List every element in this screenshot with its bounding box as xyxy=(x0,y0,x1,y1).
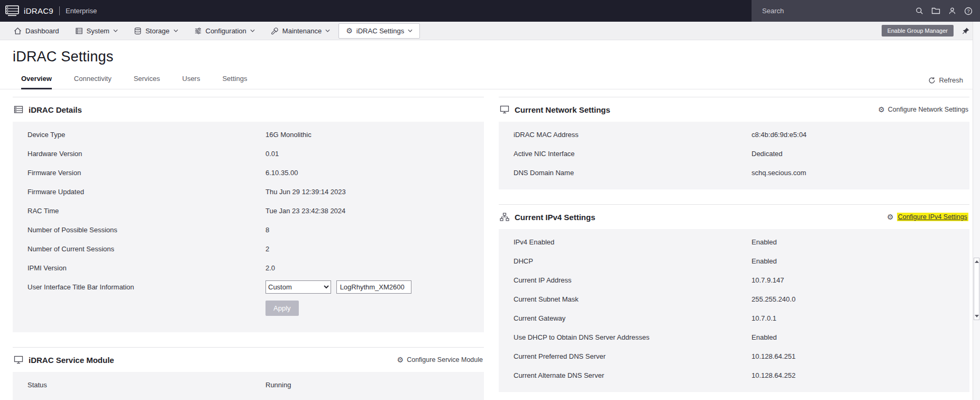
scrollbar[interactable] xyxy=(973,22,980,400)
nav-label: Maintenance xyxy=(282,27,322,35)
scroll-up-icon[interactable] xyxy=(975,260,979,263)
configure-service-module-link[interactable]: ⚙ Configure Service Module xyxy=(397,356,483,363)
row-label: Current Gateway xyxy=(514,314,752,322)
nav-item-dashboard[interactable]: Dashboard xyxy=(6,23,67,39)
chevron-down-icon xyxy=(250,29,255,32)
row-label: Status xyxy=(28,381,265,389)
row-label: Firmware Version xyxy=(28,169,265,177)
brand-divider xyxy=(59,6,60,15)
section-title: iDRAC Details xyxy=(29,105,82,114)
row-label: Device Type xyxy=(28,131,265,139)
configure-service-module-label: Configure Service Module xyxy=(407,356,483,363)
nav-item-configuration[interactable]: Configuration xyxy=(187,23,262,39)
server-icon xyxy=(75,27,83,35)
configure-network-settings-label: Configure Network Settings xyxy=(888,106,968,113)
tabbar: Overview Connectivity Services Users Set… xyxy=(0,65,973,89)
row-label: Use DHCP to Obtain DNS Server Addresses xyxy=(514,333,752,341)
help-icon[interactable]: ? xyxy=(964,7,973,15)
title-bar-input[interactable] xyxy=(336,280,411,294)
nav-item-storage[interactable]: Storage xyxy=(126,23,186,39)
configure-network-settings-link[interactable]: ⚙ Configure Network Settings xyxy=(878,106,968,113)
product-name: iDRAC9 xyxy=(24,6,53,15)
service-module-header: iDRAC Service Module ⚙ Configure Service… xyxy=(13,347,484,372)
table-row: Number of Possible Sessions 8 xyxy=(13,220,484,239)
row-label: DNS Domain Name xyxy=(514,169,752,177)
idrac-logo-icon xyxy=(5,5,19,16)
sliders-icon xyxy=(194,27,202,35)
row-value: 10.128.64.252 xyxy=(752,371,795,379)
row-label: DHCP xyxy=(514,257,752,265)
ipv4-settings-section: Current IPv4 Settings ⚙ Configure IPv4 S… xyxy=(499,204,969,392)
ipv4-settings-header: Current IPv4 Settings ⚙ Configure IPv4 S… xyxy=(499,204,969,229)
nav-label: System xyxy=(87,27,109,35)
gear-icon: ⚙ xyxy=(887,213,894,221)
refresh-label: Refresh xyxy=(939,76,963,84)
table-row: Firmware Version 6.10.35.00 xyxy=(13,163,484,182)
network-settings-section: Current Network Settings ⚙ Configure Net… xyxy=(499,97,969,189)
table-row: Number of Current Sessions 2 xyxy=(13,239,484,258)
configure-ipv4-settings-link[interactable]: ⚙ Configure IPv4 Settings xyxy=(887,213,968,221)
row-value: 2 xyxy=(265,245,269,253)
table-row: Current IP Address 10.7.9.147 xyxy=(499,270,969,289)
row-label: Hardware Version xyxy=(28,150,265,158)
row-value: Thu Jun 29 12:39:14 2023 xyxy=(265,188,346,196)
idrac-details-header: iDRAC Details xyxy=(13,97,484,122)
nav-label: iDRAC Settings xyxy=(356,27,404,35)
tab-connectivity[interactable]: Connectivity xyxy=(74,75,112,89)
row-value: Enabled xyxy=(752,333,777,341)
row-value: 255.255.240.0 xyxy=(752,295,795,303)
apply-row: Apply xyxy=(13,296,484,325)
topbar: iDRAC9 Enterprise ? xyxy=(0,0,980,22)
row-value: Enabled xyxy=(752,257,777,265)
tab-users[interactable]: Users xyxy=(182,75,200,89)
search-input[interactable] xyxy=(761,6,911,15)
scrollbar-thumb[interactable] xyxy=(974,258,979,320)
row-label: Firmware Updated xyxy=(28,188,265,196)
search-box[interactable] xyxy=(761,6,923,15)
apply-button[interactable]: Apply xyxy=(265,301,299,316)
scroll-down-icon[interactable] xyxy=(975,315,979,317)
left-column: iDRAC Details Device Type 16G Monolithic… xyxy=(13,97,484,400)
table-row: Current Subnet Mask 255.255.240.0 xyxy=(499,289,969,308)
nav-item-maintenance[interactable]: Maintenance xyxy=(263,23,337,39)
pin-icon[interactable] xyxy=(962,27,970,35)
storage-disks-icon xyxy=(134,27,142,35)
refresh-button[interactable]: Refresh xyxy=(928,76,963,84)
gear-icon: ⚙ xyxy=(878,106,885,113)
table-row: Use DHCP to Obtain DNS Server Addresses … xyxy=(499,328,969,347)
brand: iDRAC9 Enterprise xyxy=(0,0,97,22)
enable-group-manager-button[interactable]: Enable Group Manager xyxy=(882,25,954,37)
row-value: Tue Jan 23 23:42:38 2024 xyxy=(265,207,345,215)
nav-item-idrac-settings[interactable]: ⚙ iDRAC Settings xyxy=(338,23,420,39)
gear-icon: ⚙ xyxy=(397,356,404,363)
idrac-details-body: Device Type 16G Monolithic Hardware Vers… xyxy=(13,122,484,332)
nav-label: Configuration xyxy=(206,27,246,35)
chevron-down-icon xyxy=(113,29,118,32)
main-navbar: Dashboard System Storage Configuration xyxy=(0,22,980,40)
row-value: 2.0 xyxy=(265,264,275,272)
user-icon[interactable] xyxy=(948,7,956,15)
monitor-icon xyxy=(14,356,23,364)
section-title: iDRAC Service Module xyxy=(29,356,114,365)
row-value: 6.10.35.00 xyxy=(265,169,298,177)
product-edition: Enterprise xyxy=(66,7,97,15)
row-label: iDRAC MAC Address xyxy=(514,131,752,139)
search-icon[interactable] xyxy=(915,7,923,15)
svg-text:?: ? xyxy=(967,8,969,14)
apply-cell: Apply xyxy=(265,301,299,316)
title-bar-select[interactable]: Custom xyxy=(265,280,331,294)
row-value: c8:4b:d6:9d:e5:04 xyxy=(752,131,807,139)
row-value: 10.128.64.251 xyxy=(752,352,795,360)
file-share-icon[interactable] xyxy=(931,7,940,15)
table-row: IPMI Version 2.0 xyxy=(13,258,484,277)
chevron-down-icon xyxy=(173,29,178,32)
tab-settings[interactable]: Settings xyxy=(222,75,247,89)
nav-item-system[interactable]: System xyxy=(68,23,125,39)
nav-label: Dashboard xyxy=(25,27,59,35)
row-label: Number of Current Sessions xyxy=(28,245,265,253)
tab-services[interactable]: Services xyxy=(134,75,160,89)
tab-overview[interactable]: Overview xyxy=(21,75,52,89)
right-column: Current Network Settings ⚙ Configure Net… xyxy=(499,97,969,400)
service-module-body: Status Running xyxy=(13,372,484,400)
row-label: IPMI Version xyxy=(28,264,265,272)
